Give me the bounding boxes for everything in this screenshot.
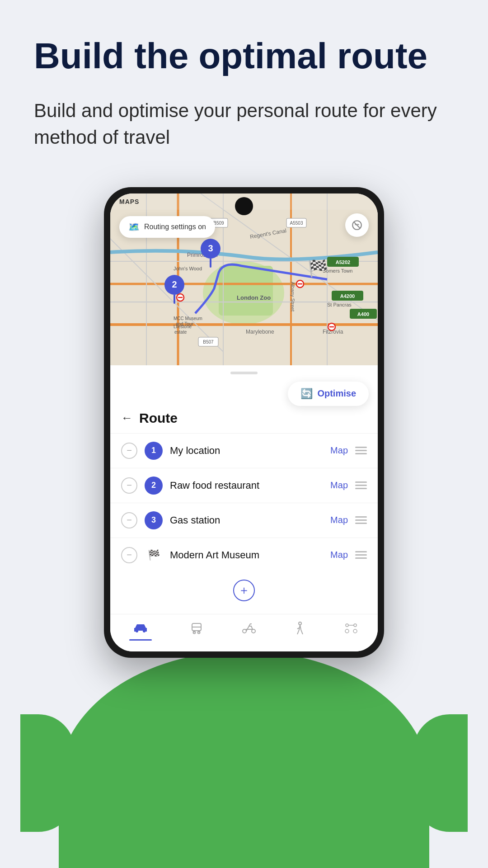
stop-4-drag-handle[interactable] xyxy=(355,551,367,559)
waypoint-2-circle: 2 xyxy=(164,275,184,295)
waypoint-3-tail xyxy=(210,259,211,268)
stop-3-name: Gas station xyxy=(170,514,323,526)
phone-wrapper: MAPS xyxy=(34,187,454,868)
svg-point-58 xyxy=(345,629,349,633)
svg-point-60 xyxy=(346,624,348,627)
map-area: MAPS xyxy=(110,193,378,365)
nav-item-walk[interactable] xyxy=(286,622,314,641)
nav-car-indicator xyxy=(129,639,152,641)
route-panel: 🔄 Optimise ← Route − 1 xyxy=(110,372,378,614)
stop-3-badge: 3 xyxy=(145,511,163,529)
remove-stop-3-button[interactable]: − xyxy=(121,512,137,528)
remove-stop-1-button[interactable]: − xyxy=(121,443,137,459)
optimise-button[interactable]: 🔄 Optimise xyxy=(288,382,369,406)
page-subtitle: Build and optimise your personal route f… xyxy=(34,98,454,151)
stop-3-drag-handle[interactable] xyxy=(355,516,367,524)
bottom-nav xyxy=(110,614,378,651)
phone-device: MAPS xyxy=(104,187,384,658)
route-item-1: − 1 My location Map xyxy=(110,433,378,468)
nav-item-transit[interactable] xyxy=(181,622,212,641)
transit-icon xyxy=(190,622,203,638)
optimise-row: 🔄 Optimise xyxy=(110,374,378,406)
remove-stop-4-button[interactable]: − xyxy=(121,547,137,563)
more-modes-icon xyxy=(343,622,359,637)
stop-3-map-link[interactable]: Map xyxy=(330,515,348,525)
add-stop-button[interactable]: ＋ xyxy=(233,580,255,601)
add-icon: ＋ xyxy=(238,582,250,598)
waypoint-3: 3 xyxy=(201,239,221,268)
phone-screen: MAPS xyxy=(110,193,378,651)
svg-point-59 xyxy=(353,629,357,633)
camera-notch xyxy=(235,197,253,215)
scooter-icon xyxy=(241,622,257,637)
back-button[interactable]: ← xyxy=(121,411,133,425)
remove-icon-3: − xyxy=(127,515,132,524)
stop-2-badge: 2 xyxy=(145,476,163,495)
no-signal-button[interactable] xyxy=(345,213,369,237)
route-header: ← Route xyxy=(110,406,378,433)
route-item-3: − 3 Gas station Map xyxy=(110,503,378,538)
remove-icon-2: − xyxy=(127,481,132,490)
svg-point-47 xyxy=(136,630,138,632)
walk-icon xyxy=(295,622,305,640)
nav-item-scooter[interactable] xyxy=(232,622,266,641)
stop-2-drag-handle[interactable] xyxy=(355,481,367,489)
stop-2-name: Raw food restaurant xyxy=(170,480,323,491)
optimise-text: Optimise xyxy=(317,388,356,399)
nav-item-more[interactable] xyxy=(334,622,368,641)
svg-point-57 xyxy=(299,622,301,625)
waypoint-3-circle: 3 xyxy=(201,239,221,259)
svg-point-55 xyxy=(243,629,246,633)
remove-icon-1: − xyxy=(127,446,132,455)
no-signal-icon xyxy=(351,219,363,231)
waypoint-2-tail xyxy=(174,295,175,304)
stop-4-flag-badge: 🏁 xyxy=(145,546,163,564)
stop-1-map-link[interactable]: Map xyxy=(330,445,348,456)
add-button-row: ＋ xyxy=(110,572,378,605)
routing-bubble-icon: 🗺️ xyxy=(128,222,140,232)
nav-item-car[interactable] xyxy=(120,622,161,641)
routing-settings-bubble[interactable]: 🗺️ Routing settings on xyxy=(119,216,215,238)
optimise-icon: 🔄 xyxy=(300,388,313,400)
stop-1-name: My location xyxy=(170,445,323,457)
page-container: Build the optimal route Build and optimi… xyxy=(0,0,488,868)
stop-1-badge: 1 xyxy=(145,442,163,460)
route-item-2: − 2 Raw food restaurant Map xyxy=(110,468,378,503)
stop-1-drag-handle[interactable] xyxy=(355,447,367,454)
svg-point-61 xyxy=(354,624,357,627)
svg-point-48 xyxy=(143,630,145,632)
car-icon xyxy=(132,622,149,637)
route-item-4: − 🏁 Modern Art Museum Map xyxy=(110,538,378,572)
stop-4-map-link[interactable]: Map xyxy=(330,550,348,560)
finish-flag: 🏁 xyxy=(308,259,328,278)
green-blob xyxy=(59,651,429,868)
page-headline: Build the optimal route xyxy=(34,36,454,76)
remove-stop-2-button[interactable]: − xyxy=(121,477,137,494)
route-title: Route xyxy=(139,410,178,426)
stop-2-map-link[interactable]: Map xyxy=(330,480,348,491)
stop-4-name: Modern Art Museum xyxy=(170,549,323,561)
routing-bubble-text: Routing settings on xyxy=(144,223,206,231)
remove-icon-4: − xyxy=(127,550,132,559)
waypoint-2: 2 xyxy=(164,275,184,304)
svg-point-56 xyxy=(252,629,255,633)
